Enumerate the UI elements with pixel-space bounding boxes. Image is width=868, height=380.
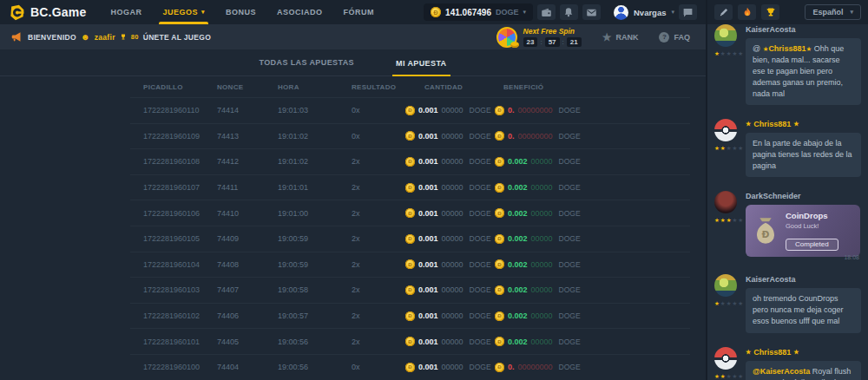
- chat-username[interactable]: KaiserAcosta: [746, 25, 861, 34]
- profit-unit: DOGE: [559, 311, 581, 320]
- nav-item-asociado[interactable]: ASOCIADO: [277, 0, 323, 24]
- amount-main: 0.001: [418, 157, 438, 166]
- nav-item-juegos[interactable]: JUEGOS▾: [162, 0, 205, 24]
- column-header: NONCE: [217, 83, 278, 91]
- chat-write-button[interactable]: [714, 4, 733, 20]
- amount-unit: DOGE: [470, 106, 491, 115]
- chat-message: ★★★★★KaiserAcostaoh tremendo CounDrops p…: [714, 272, 861, 337]
- amount-unit: DOGE: [470, 260, 491, 269]
- chat-message: ★★★★★KaiserAcosta@ ★Chriss881★ Ohh que b…: [714, 23, 861, 110]
- bet-amount: 0.00100000DOGE: [405, 337, 495, 346]
- star-icon: ★: [714, 373, 720, 379]
- bets-tabs: TODAS LAS APUESTASMI APUESTA: [0, 49, 706, 76]
- chat-username[interactable]: KaiserAcosta: [746, 275, 861, 284]
- avatar[interactable]: [714, 347, 737, 370]
- rank-link[interactable]: ★ RANK: [602, 32, 639, 43]
- bet-amount: 0.00100000DOGE: [405, 285, 495, 295]
- star-icon: ★: [738, 217, 744, 223]
- profit-unit: DOGE: [559, 157, 581, 166]
- user-star-rating: ★★★★★: [714, 145, 744, 152]
- user-menu[interactable]: Nvargas ▾: [614, 5, 674, 20]
- chat-leaderboard-button[interactable]: [761, 4, 779, 20]
- user-name: Nvargas: [634, 8, 667, 17]
- doge-coin-icon: [405, 363, 415, 372]
- column-header: RESULTADO: [352, 83, 405, 91]
- table-row[interactable]: 17222819601067441019:01:002x0.00100000DO…: [130, 200, 690, 226]
- balance-selector[interactable]: 141.067496 DOGE ▾: [424, 3, 533, 21]
- bet-profit: 0.00200000DOGE: [495, 157, 690, 167]
- amount-rest: 00000: [442, 311, 464, 320]
- bet-hash: 1722281960105: [130, 234, 217, 243]
- amount-unit: DOGE: [470, 337, 491, 346]
- bet-nonce: 74414: [217, 106, 278, 115]
- table-row[interactable]: 17222819601087441219:01:022x0.00100000DO…: [130, 148, 690, 174]
- avatar[interactable]: [714, 24, 737, 47]
- bet-nonce: 74410: [217, 209, 278, 218]
- language-selector[interactable]: Español ▾: [805, 4, 861, 20]
- nav-item-hogar[interactable]: HOGAR: [110, 0, 141, 24]
- profit-rest: 00000: [531, 285, 553, 294]
- star-icon: ★: [714, 217, 720, 223]
- free-spin-widget[interactable]: Next Free Spin 23:57:21: [496, 27, 582, 48]
- avatar[interactable]: [714, 274, 737, 297]
- table-row[interactable]: 17222819601057440919:00:592x0.00100000DO…: [130, 226, 690, 252]
- nav-item-fórum[interactable]: FÓRUM: [343, 0, 374, 24]
- doge-coin-icon: [495, 106, 504, 115]
- avatar[interactable]: [714, 119, 737, 141]
- table-row[interactable]: 17222819601027440619:00:572x0.00100000DO…: [130, 303, 690, 329]
- star-icon: ★: [720, 145, 727, 151]
- star-icon: ★: [793, 349, 799, 356]
- table-row[interactable]: 17222819601007440419:00:560x0.00100000DO…: [130, 354, 690, 380]
- doge-coin-icon: [495, 259, 504, 269]
- table-row[interactable]: 17222819601037440719:00:582x0.00100000DO…: [130, 277, 690, 303]
- bet-profit: 0.00200000DOGE: [495, 259, 690, 269]
- profit-unit: DOGE: [559, 234, 581, 243]
- messages-button[interactable]: [582, 4, 601, 20]
- balance-amount: 141.067496: [445, 8, 491, 17]
- amount-main: 0.001: [418, 132, 438, 141]
- amount-unit: DOGE: [470, 234, 491, 243]
- nav-item-bonus[interactable]: BONUS: [226, 0, 256, 24]
- profit-unit: DOGE: [559, 106, 581, 115]
- profit-main: 0.002: [508, 337, 528, 346]
- chat-username[interactable]: DarkSchneider: [746, 192, 861, 200]
- doge-coin-icon: [495, 311, 504, 321]
- bet-amount: 0.00100000DOGE: [405, 183, 495, 193]
- faq-link[interactable]: ? FAQ: [659, 32, 690, 43]
- coindrops-card[interactable]: ÐCoinDropsGood Luck!Completed: [746, 205, 860, 257]
- brand-logo[interactable]: BC.Game: [9, 4, 86, 21]
- chat-username[interactable]: ★Chriss881★: [746, 348, 861, 357]
- chat-username-text: DarkSchneider: [746, 192, 801, 200]
- message-text: @: [753, 44, 763, 53]
- amount-rest: 00000: [442, 209, 464, 218]
- table-row[interactable]: 17222819601077441119:01:012x0.00100000DO…: [130, 174, 690, 200]
- bet-hash: 1722281960110: [130, 106, 217, 115]
- amount-unit: DOGE: [470, 363, 491, 371]
- star-icon: ★: [720, 217, 727, 223]
- free-spin-label: Next Free Spin: [523, 27, 582, 36]
- table-row[interactable]: 17222819601047440819:00:592x0.00100000DO…: [130, 252, 690, 278]
- table-row[interactable]: 17222819601097441319:01:020x0.00100000DO…: [130, 123, 690, 149]
- chat-username[interactable]: ★Chriss881★: [746, 120, 861, 128]
- table-body: 17222819601107441419:01:030x0.00100000DO…: [130, 97, 690, 380]
- tab-my-bets[interactable]: MI APUESTA: [392, 59, 450, 76]
- notifications-button[interactable]: [560, 4, 578, 20]
- tab-all-bets[interactable]: TODAS LAS APUESTAS: [255, 58, 358, 75]
- amount-rest: 00000: [442, 106, 464, 115]
- bet-amount: 0.00100000DOGE: [405, 311, 495, 321]
- bet-hash: 1722281960106: [130, 209, 217, 218]
- chat-toggle-button[interactable]: [679, 4, 697, 20]
- profit-rest: 00000: [531, 311, 553, 320]
- bet-profit: 0.00000000DOGE: [495, 363, 690, 372]
- coindrops-completed-button[interactable]: Completed: [786, 239, 838, 251]
- bet-result: 2x: [352, 260, 405, 269]
- profit-main: 0.002: [508, 209, 528, 218]
- amount-rest: 00000: [442, 183, 464, 192]
- wallet-button[interactable]: [537, 4, 556, 20]
- bet-profit: 0.00000000DOGE: [495, 131, 690, 141]
- chat-hot-button[interactable]: [738, 4, 756, 20]
- avatar[interactable]: [714, 191, 737, 213]
- table-row[interactable]: 17222819601017440519:00:562x0.00100000DO…: [130, 328, 690, 354]
- table-row[interactable]: 17222819601107441419:01:030x0.00100000DO…: [130, 97, 690, 123]
- welcome-username[interactable]: zaafir: [95, 33, 115, 42]
